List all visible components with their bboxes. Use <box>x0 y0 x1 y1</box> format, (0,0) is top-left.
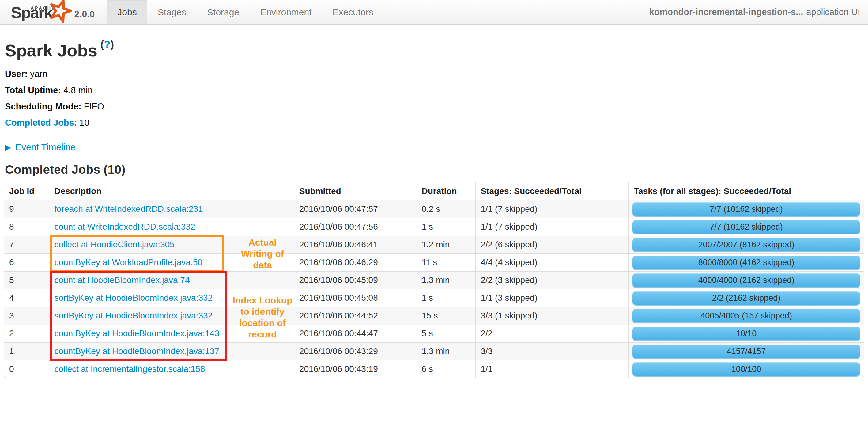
tasks-cell: 2/2 (2162 skipped) <box>629 289 864 307</box>
completed-jobs-info: Completed Jobs: 10 <box>5 116 864 129</box>
description-cell: countByKey at HoodieBloomIndex.java:137 <box>49 342 294 360</box>
job-description-link[interactable]: count at WriteIndexedRDD.scala:332 <box>54 222 195 231</box>
stages-cell: 2/2 <box>476 325 629 342</box>
completed-jobs-link[interactable]: Completed Jobs: <box>5 118 77 128</box>
tasks-cell: 4157/4157 <box>629 342 864 360</box>
job-id-cell: 3 <box>4 307 49 325</box>
submitted-cell: 2016/10/06 00:44:52 <box>294 307 416 325</box>
spark-star-icon <box>48 0 72 23</box>
tab-executors[interactable]: Executors <box>322 0 384 24</box>
tasks-progress-bar: 7/7 (10162 skipped) <box>632 202 860 216</box>
tab-environment[interactable]: Environment <box>250 0 322 24</box>
uptime-value: 4.8 min <box>63 85 93 95</box>
duration-cell: 11 s <box>416 253 476 271</box>
duration-cell: 1.3 min <box>416 271 476 289</box>
tasks-cell: 8000/8000 (4162 skipped) <box>629 253 864 271</box>
job-id-cell: 0 <box>4 360 49 378</box>
description-cell: foreach at WriteIndexedRDD.scala:231 <box>49 200 294 218</box>
job-id-cell: 5 <box>4 271 49 289</box>
tasks-cell: 4005/4005 (157 skipped) <box>629 307 864 325</box>
duration-cell: 6 s <box>416 360 476 378</box>
duration-cell: 15 s <box>416 307 476 325</box>
tab-jobs[interactable]: Jobs <box>107 0 147 24</box>
job-description-link[interactable]: sortByKey at HoodieBloomIndex.java:332 <box>54 311 213 320</box>
table-header-row: Job Id Description Submitted Duration St… <box>4 182 864 200</box>
duration-cell: 0.2 s <box>416 200 476 218</box>
tasks-progress-label: 4157/4157 <box>727 347 766 356</box>
tab-stages[interactable]: Stages <box>147 0 197 24</box>
stages-cell: 1/1 (7 skipped) <box>476 200 629 218</box>
tasks-progress-label: 2007/2007 (8162 skipped) <box>698 240 795 250</box>
duration-cell: 1 s <box>416 218 476 236</box>
description-cell: sortByKey at HoodieBloomIndex.java:332 <box>49 289 294 307</box>
stages-cell: 1/1 (7 skipped) <box>476 218 629 236</box>
description-cell: countByKey at WorkloadProfile.java:50 <box>49 253 294 271</box>
user-label: User: <box>5 69 28 79</box>
tasks-cell: 10/10 <box>629 325 864 342</box>
scheduling-mode-info: Scheduling Mode: FIFO <box>5 100 864 113</box>
tasks-progress-bar: 4157/4157 <box>632 344 860 358</box>
header-submitted: Submitted <box>294 182 416 200</box>
tasks-progress-bar: 100/100 <box>632 362 860 376</box>
user-info: User: yarn <box>5 68 864 80</box>
completed-jobs-section-title: Completed Jobs (10) <box>5 163 864 176</box>
event-timeline-toggle[interactable]: ▶ Event Timeline <box>5 142 76 152</box>
job-description-link[interactable]: collect at IncrementalIngestor.scala:158 <box>54 364 205 374</box>
job-description-link[interactable]: countByKey at HoodieBloomIndex.java:143 <box>54 329 219 338</box>
submitted-cell: 2016/10/06 00:44:47 <box>294 325 416 342</box>
header-duration: Duration <box>416 182 476 200</box>
job-description-link[interactable]: sortByKey at HoodieBloomIndex.java:332 <box>54 293 213 303</box>
tab-storage[interactable]: Storage <box>197 0 250 24</box>
nav-tabs: JobsStagesStorageEnvironmentExecutors <box>107 0 384 24</box>
tasks-cell: 2007/2007 (8162 skipped) <box>629 236 864 253</box>
tasks-progress-label: 100/100 <box>732 364 762 374</box>
completed-jobs-count: 10 <box>79 118 89 128</box>
expand-arrow-icon: ▶ <box>5 143 11 151</box>
table-row: 8 count at WriteIndexedRDD.scala:332 201… <box>4 218 864 236</box>
table-row: 3 sortByKey at HoodieBloomIndex.java:332… <box>4 307 864 325</box>
duration-cell: 5 s <box>416 325 476 342</box>
header-description: Description <box>49 182 294 200</box>
table-row: 2 countByKey at HoodieBloomIndex.java:14… <box>4 325 864 342</box>
job-description-link[interactable]: countByKey at HoodieBloomIndex.java:137 <box>54 346 219 356</box>
completed-jobs-table: Job Id Description Submitted Duration St… <box>4 182 864 378</box>
job-description-link[interactable]: count at HoodieBloomIndex.java:74 <box>54 275 190 285</box>
submitted-cell: 2016/10/06 00:43:19 <box>294 360 416 378</box>
submitted-cell: 2016/10/06 00:46:29 <box>294 253 416 271</box>
stages-cell: 1/1 <box>476 360 629 378</box>
description-cell: collect at IncrementalIngestor.scala:158 <box>49 360 294 378</box>
header-tasks: Tasks (for all stages): Succeeded/Total <box>629 182 864 200</box>
stages-cell: 3/3 (1 skipped) <box>476 307 629 325</box>
tasks-progress-bar: 4000/4000 (2162 skipped) <box>632 274 860 287</box>
description-cell: sortByKey at HoodieBloomIndex.java:332 <box>49 307 294 325</box>
job-id-cell: 8 <box>4 218 49 236</box>
submitted-cell: 2016/10/06 00:46:41 <box>294 236 416 253</box>
job-description-link[interactable]: countByKey at WorkloadProfile.java:50 <box>54 257 203 267</box>
job-id-cell: 7 <box>4 236 49 253</box>
scheduling-mode-value: FIFO <box>84 102 104 111</box>
header-stages: Stages: Succeeded/Total <box>476 182 629 200</box>
scheduling-mode-label: Scheduling Mode: <box>5 102 82 111</box>
spark-version: 2.0.0 <box>74 9 95 19</box>
tasks-progress-label: 7/7 (10162 skipped) <box>710 222 783 232</box>
tasks-cell: 7/7 (10162 skipped) <box>629 200 864 218</box>
job-description-link[interactable]: foreach at WriteIndexedRDD.scala:231 <box>54 204 203 214</box>
page-title: Spark Jobs(?) <box>5 38 864 60</box>
duration-cell: 1.3 min <box>416 342 476 360</box>
table-row: 7 collect at HoodieClient.java:305 2016/… <box>4 236 864 253</box>
user-value: yarn <box>30 69 47 79</box>
tasks-progress-label: 8000/8000 (4162 skipped) <box>698 258 795 267</box>
tasks-progress-bar: 2/2 (2162 skipped) <box>632 291 860 305</box>
help-icon[interactable]: (?) <box>100 38 114 50</box>
navbar: APACHE Spark™ 2.0.0 JobsStagesStorageEnv… <box>0 0 868 25</box>
table-row: 9 foreach at WriteIndexedRDD.scala:231 2… <box>4 200 864 218</box>
job-description-link[interactable]: collect at HoodieClient.java:305 <box>54 240 174 249</box>
description-cell: collect at HoodieClient.java:305 <box>49 236 294 253</box>
submitted-cell: 2016/10/06 00:47:56 <box>294 218 416 236</box>
header-job-id: Job Id <box>4 182 49 200</box>
tasks-progress-bar: 8000/8000 (4162 skipped) <box>632 256 860 269</box>
table-row: 5 count at HoodieBloomIndex.java:74 2016… <box>4 271 864 289</box>
job-id-cell: 1 <box>4 342 49 360</box>
table-row: 4 sortByKey at HoodieBloomIndex.java:332… <box>4 289 864 307</box>
stages-cell: 2/2 (6 skipped) <box>476 236 629 253</box>
